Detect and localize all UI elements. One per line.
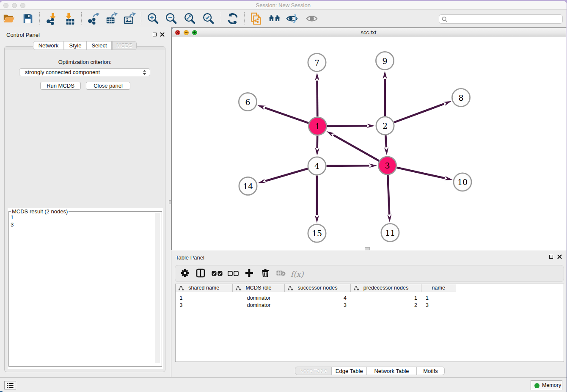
tab-mcds[interactable]: MCDS	[112, 41, 137, 50]
close-panel-button[interactable]: Close panel	[86, 82, 130, 90]
edge-2-3[interactable]	[385, 135, 386, 147]
column-header-shared-name[interactable]: shared name	[176, 284, 233, 292]
toolbar-separator	[244, 12, 245, 25]
column-header-name[interactable]: name	[421, 284, 456, 292]
tab-node-table[interactable]: Node Table	[295, 367, 332, 375]
tab-network[interactable]: Network	[33, 41, 64, 50]
table-cell[interactable]: dominator	[233, 295, 285, 302]
import-table-icon[interactable]	[63, 12, 76, 25]
column-header-predecessor-nodes[interactable]: predecessor nodes	[351, 284, 421, 292]
table-panel-close-icon[interactable]	[557, 254, 562, 259]
table-cell[interactable]: 4	[285, 295, 347, 302]
zoom-selected-icon[interactable]	[202, 12, 215, 25]
main-toolbar	[0, 10, 567, 28]
desktop: Session: New Session	[0, 0, 567, 392]
table-cell[interactable]: 1	[351, 295, 417, 302]
svg-text:1: 1	[315, 121, 320, 131]
edge-1-6[interactable]	[265, 108, 308, 123]
svg-text:4: 4	[314, 161, 319, 171]
table-cell[interactable]: 2	[351, 302, 417, 309]
tab-style[interactable]: Style	[64, 41, 87, 50]
control-panel-float-icon[interactable]	[153, 33, 157, 36]
node-7[interactable]: 7	[308, 53, 325, 71]
node-3[interactable]: 3	[378, 157, 396, 174]
zoom-fit-icon[interactable]	[184, 12, 196, 25]
split-panel-icon[interactable]	[196, 268, 205, 279]
mcds-result-list[interactable]: 13	[11, 214, 14, 228]
show-all-icon[interactable]	[306, 12, 318, 25]
node-9[interactable]: 9	[376, 52, 394, 69]
toolbar-separator	[141, 12, 141, 25]
control-panel-title: Control Panel	[6, 32, 40, 38]
select-all-icon[interactable]	[212, 270, 223, 278]
column-header-successor-nodes[interactable]: successor nodes	[285, 284, 351, 292]
delete-column-icon[interactable]	[261, 269, 269, 279]
table-panel-float-icon[interactable]	[549, 255, 553, 259]
node-table: shared nameMCDS rolesuccessor nodesprede…	[175, 284, 564, 362]
export-image-icon[interactable]	[123, 12, 136, 25]
add-column-icon[interactable]	[245, 269, 253, 279]
export-network-icon[interactable]	[87, 12, 99, 25]
tab-select[interactable]: Select	[87, 41, 112, 50]
edge-1-2[interactable]	[327, 126, 366, 126]
window-titlebar: Session: New Session	[0, 1, 567, 10]
zoom-out-icon[interactable]	[165, 12, 178, 25]
toolbar-separator	[81, 12, 82, 25]
edge-1-7[interactable]	[317, 80, 317, 116]
save-session-icon[interactable]	[22, 12, 34, 25]
edge-4-3[interactable]	[326, 166, 369, 166]
table-cell[interactable]: 1	[426, 295, 456, 302]
control-panel-close-icon[interactable]	[160, 32, 165, 37]
table-settings-icon[interactable]	[181, 269, 189, 279]
network-canvas[interactable]: 1234678910111415	[172, 38, 566, 250]
node-6[interactable]: 6	[239, 93, 256, 110]
table-cell[interactable]: 3	[180, 302, 233, 309]
node-1[interactable]: 1	[308, 117, 326, 135]
edge-3-1[interactable]	[333, 135, 379, 161]
table-cell[interactable]: 3	[426, 302, 456, 309]
export-table-icon[interactable]	[105, 12, 118, 25]
table-cell[interactable]: dominator	[233, 302, 285, 309]
tab-motifs[interactable]: Motifs	[417, 367, 445, 375]
node-15[interactable]: 15	[308, 224, 325, 242]
hide-selected-icon[interactable]	[286, 12, 298, 25]
memory-button[interactable]: Memory	[531, 380, 562, 390]
control-panel: Control Panel Network Style Select MCDS …	[0, 27, 171, 377]
search-icon	[441, 16, 448, 23]
edge-3-11[interactable]	[388, 175, 389, 214]
combo-arrows-icon	[143, 69, 146, 77]
node-10[interactable]: 10	[453, 173, 471, 191]
edge-2-8[interactable]	[394, 104, 444, 122]
import-network-icon[interactable]	[45, 12, 58, 25]
toolbar-separator	[39, 12, 40, 25]
search-input[interactable]	[439, 14, 563, 24]
deselect-all-icon[interactable]	[228, 270, 239, 278]
node-8[interactable]: 8	[452, 88, 470, 106]
tab-edge-table[interactable]: Edge Table	[332, 367, 367, 375]
function-builder-icon[interactable]: f(x)	[291, 270, 304, 279]
criterion-select[interactable]: strongly connected component	[19, 68, 150, 76]
table-cell[interactable]: 3	[285, 302, 347, 309]
node-14[interactable]: 14	[239, 177, 256, 195]
clone-network-icon[interactable]	[250, 12, 262, 25]
result-scrollbar[interactable]	[155, 213, 160, 363]
node-2[interactable]: 2	[376, 117, 394, 135]
run-mcds-button[interactable]: Run MCDS	[40, 82, 81, 90]
delete-table-icon[interactable]	[276, 270, 286, 278]
memory-label: Memory	[542, 382, 561, 388]
node-11[interactable]: 11	[381, 224, 399, 241]
node-4[interactable]: 4	[308, 157, 325, 175]
open-session-icon[interactable]	[3, 12, 15, 25]
tab-network-table[interactable]: Network Table	[367, 367, 417, 375]
criterion-value: strongly connected component	[25, 69, 100, 75]
apply-layout-icon[interactable]	[226, 12, 239, 25]
table-cell[interactable]: 1	[180, 295, 233, 302]
edge-4-14[interactable]	[265, 168, 308, 181]
column-header-MCDS-role[interactable]: MCDS role	[233, 284, 285, 292]
task-history-button[interactable]	[4, 381, 16, 389]
zoom-in-icon[interactable]	[147, 12, 160, 25]
first-neighbors-icon[interactable]	[268, 12, 281, 25]
edge-3-10[interactable]	[396, 168, 445, 178]
table-panel-title: Table Panel	[176, 254, 204, 261]
svg-text:2: 2	[382, 121, 387, 130]
